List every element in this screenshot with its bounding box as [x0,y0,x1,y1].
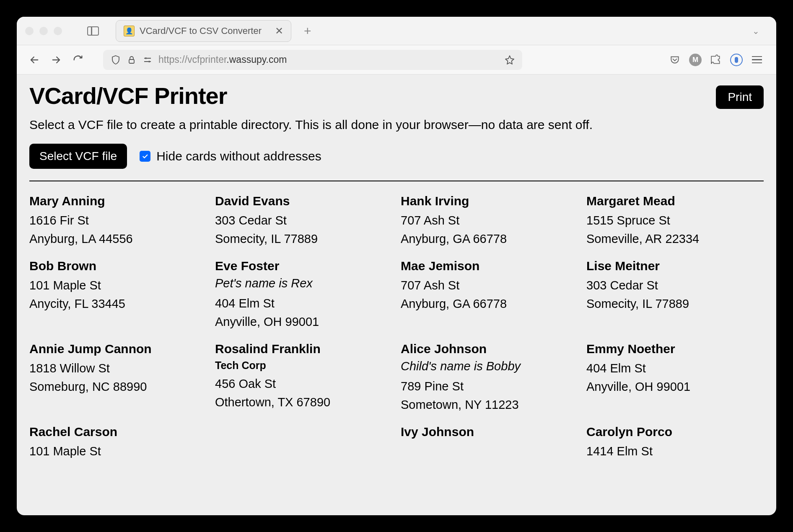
bookmark-button[interactable] [505,55,515,65]
contact-card: Alice JohnsonChild's name is Bobby789 Pi… [401,342,578,414]
tabs-overflow-button[interactable]: ⌄ [752,26,759,36]
contact-address-line1: 456 Oak St [215,375,392,393]
favicon-icon: 👤 [124,26,135,36]
pocket-icon [669,54,680,65]
contact-address-line1: 303 Cedar St [586,276,764,295]
tab[interactable]: 👤 VCard/VCF to CSV Converter ✕ [116,20,291,42]
contact-card: Annie Jump Cannon1818 Willow StSomeburg,… [29,342,207,414]
puzzle-icon [710,54,721,65]
svg-point-1 [145,57,147,59]
contact-address-line2: Anyville, OH 99001 [215,313,392,331]
contact-card: Margaret Mead1515 Spruce StSomeville, AR… [586,194,764,248]
contact-card: Hank Irving707 Ash StAnyburg, GA 66778 [401,194,578,248]
contact-address-line1: 707 Ash St [401,212,578,230]
contact-address-line2: Someville, AR 22334 [586,230,764,248]
contact-card: Rachel Carson101 Maple St [29,425,207,461]
contact-card: Ivy Johnson [401,425,578,461]
extensions-button[interactable] [709,53,723,67]
new-tab-button[interactable]: + [304,24,311,38]
chevron-down-icon: ⌄ [752,26,759,36]
contact-address-line2: Othertown, TX 67890 [215,393,392,412]
url-bar[interactable]: https://vcfprinter.wassupy.com [103,50,522,70]
contact-card: Eve FosterPet's name is Rex404 Elm StAny… [215,259,392,331]
contact-card: Lise Meitner303 Cedar StSomecity, IL 778… [586,259,764,331]
contact-address-line1: 1818 Willow St [29,359,207,378]
tab-title: VCard/VCF to CSV Converter [140,26,262,36]
contact-name: Mae Jemison [401,259,578,273]
contact-address-line2: Somecity, IL 77889 [586,295,764,313]
contact-card: David Evans303 Cedar StSomecity, IL 7788… [215,194,392,248]
shield-icon [111,55,121,65]
contact-address-line1: 707 Ash St [401,276,578,295]
contact-name: Rachel Carson [29,425,207,439]
page-content: VCard/VCF Printer Print Select a VCF fil… [17,75,776,515]
url-text: https://vcfprinter.wassupy.com [158,54,499,65]
contact-address-line1: 303 Cedar St [215,212,392,230]
contact-address-line1: 1616 Fir St [29,212,207,230]
contact-address-line2: Somecity, IL 77889 [215,230,392,248]
contact-address-line1: 404 Elm St [215,294,392,313]
maximize-window-button[interactable] [54,27,62,35]
contact-name: Alice Johnson [401,342,578,356]
contact-name: Mary Anning [29,194,207,208]
close-tab-button[interactable]: ✕ [275,25,283,37]
contact-card: Mary Anning1616 Fir StAnyburg, LA 44556 [29,194,207,248]
account-button[interactable]: M [689,54,702,66]
contact-name: Hank Irving [401,194,578,208]
contact-name: Carolyn Porco [586,425,764,439]
contact-name: David Evans [215,194,392,208]
contact-card: Rosalind FranklinTech Corp456 Oak StOthe… [215,342,392,414]
contact-address-line1: 101 Maple St [29,442,207,461]
contact-address-line2: Anyville, OH 99001 [586,378,764,396]
contact-address-line1: 101 Maple St [29,276,207,295]
print-button[interactable]: Print [716,85,764,109]
contact-note: Child's name is Bobby [401,359,578,373]
check-icon [141,152,149,160]
card-grid: Mary Anning1616 Fir StAnyburg, LA 44556B… [29,181,764,461]
back-button[interactable] [25,51,44,69]
contact-card: Emmy Noether404 Elm StAnyville, OH 99001 [586,342,764,414]
contact-card: Bob Brown101 Maple StAnycity, FL 33445 [29,259,207,331]
menu-button[interactable] [750,53,764,67]
contact-company: Tech Corp [215,359,392,372]
contact-address-line2: Anyburg, GA 66778 [401,230,578,248]
contact-name: Bob Brown [29,259,207,273]
contact-name: Eve Foster [215,259,392,273]
onepassword-button[interactable] [730,54,743,66]
contact-address-line2: Anyburg, LA 44556 [29,230,207,248]
svg-point-2 [148,61,150,62]
contact-name: Margaret Mead [586,194,764,208]
select-file-button[interactable]: Select VCF file [29,144,127,169]
contact-address-line2: Anycity, FL 33445 [29,295,207,313]
hamburger-icon [752,56,762,64]
contact-address-line1: 404 Elm St [586,359,764,378]
window-controls [25,27,62,35]
account-initial: M [692,56,698,64]
contact-address-line1: 789 Pine St [401,377,578,396]
pocket-button[interactable] [668,53,682,67]
toolbar: https://vcfprinter.wassupy.com M [17,45,776,75]
titlebar: 👤 VCard/VCF to CSV Converter ✕ + ⌄ [17,17,776,45]
star-icon [505,55,515,65]
contact-address-line1: 1414 Elm St [586,442,764,461]
arrow-left-icon [29,54,40,66]
checkbox-label: Hide cards without addresses [156,149,321,163]
svg-rect-0 [129,59,134,63]
forward-button[interactable] [47,51,65,69]
page-title: VCard/VCF Printer [29,82,227,109]
contact-name: Lise Meitner [586,259,764,273]
contact-note: Pet's name is Rex [215,276,392,290]
reload-button[interactable] [69,51,87,69]
contact-address-line2: Someburg, NC 88990 [29,378,207,396]
lock-icon [127,55,137,65]
contact-address-line2: Anyburg, GA 66778 [401,295,578,313]
contact-name: Annie Jump Cannon [29,342,207,356]
contact-name: Rosalind Franklin [215,342,392,356]
minimize-window-button[interactable] [39,27,48,35]
contact-name: Ivy Johnson [401,425,578,439]
sidebar-toggle-icon[interactable] [87,26,99,36]
close-window-button[interactable] [25,27,34,35]
reload-icon [72,54,84,66]
hide-no-address-checkbox[interactable] [140,151,150,162]
arrow-right-icon [50,54,62,66]
